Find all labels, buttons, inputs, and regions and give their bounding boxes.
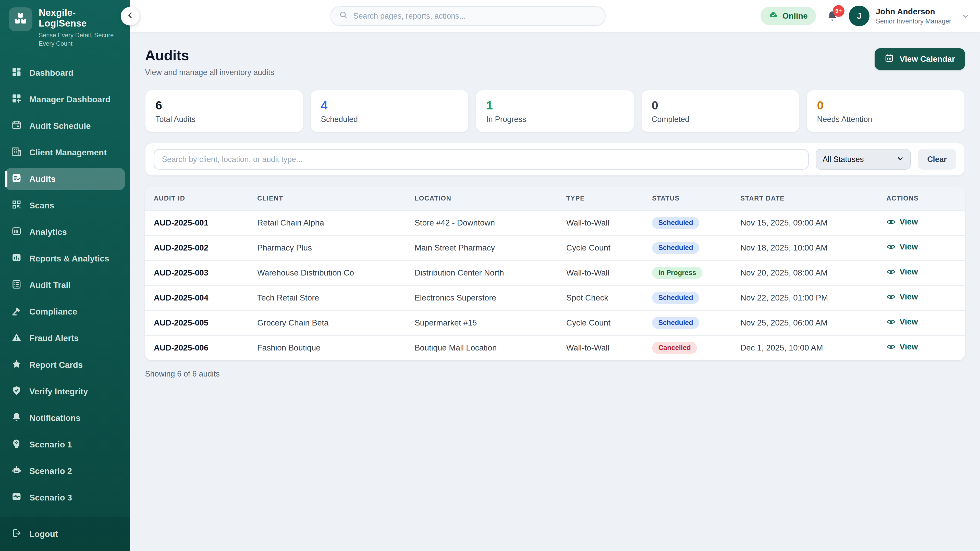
sidebar-item-reports-analytics[interactable]: Reports & Analytics [5,248,125,270]
global-search-input[interactable] [353,11,597,21]
sidebar-item-client-management[interactable]: Client Management [5,141,125,164]
eye-icon [886,267,896,276]
sidebar-item-label: Fraud Alerts [29,333,79,343]
client-cell: Grocery Chain Beta [257,318,414,327]
page-subtitle: View and manage all inventory audits [145,68,274,77]
client-cell: Fashion Boutique [257,343,414,353]
sidebar-item-analytics[interactable]: Analytics [5,221,125,243]
star-icon [11,359,22,372]
status-badge: Scheduled [652,317,699,329]
sidebar-item-scenario-1[interactable]: Scenario 1 [5,433,125,456]
sidebar-item-scans[interactable]: Scans [5,194,125,217]
sidebar-item-label: Manager Dashboard [29,95,110,104]
audit-id-cell: AUD-2025-005 [154,318,257,327]
actions-cell: View [886,292,956,303]
stat-label: Total Audits [156,115,293,124]
actions-cell: View [886,217,956,229]
status-cell: Scheduled [652,242,740,254]
audits-table: Audit ID Client Location Type Status Sta… [145,186,965,360]
view-button[interactable]: View [886,342,918,351]
sidebar-item-label: Dashboard [29,68,73,78]
cloud-check-icon [769,10,778,22]
stat-card-scheduled: 4 Scheduled [310,90,469,132]
sidebar-item-audits[interactable]: Audits [5,168,125,190]
location-cell: Main Street Pharmacy [414,243,566,252]
avatar: J [849,6,870,26]
view-button[interactable]: View [886,267,918,276]
sidebar-item-label: Client Management [29,148,107,157]
global-search[interactable] [331,6,606,26]
user-menu[interactable]: J John Anderson Senior Inventory Manager [849,6,970,26]
eye-icon [886,342,896,351]
table-row: AUD-2025-002 Pharmacy Plus Main Street P… [145,235,965,260]
search-icon [339,11,348,22]
view-calendar-button[interactable]: View Calendar [875,48,965,70]
stat-value: 6 [156,98,293,112]
page-header-text: Audits View and manage all inventory aud… [145,47,274,77]
building-icon [11,146,22,159]
calendar-icon [11,120,22,132]
sidebar-item-label: Verify Integrity [29,387,88,396]
status-cell: Scheduled [652,317,740,329]
sidebar-collapse-button[interactable] [121,7,139,25]
clear-filters-button[interactable]: Clear [918,149,956,170]
sidebar-item-label: Analytics [29,227,67,237]
sidebar-item-verify-integrity[interactable]: Verify Integrity [5,380,125,403]
sidebar-item-report-cards[interactable]: Report Cards [5,354,125,376]
sidebar-item-label: Scenario 2 [29,466,72,476]
qr-code-icon [11,199,22,212]
page-header: Audits View and manage all inventory aud… [145,47,965,77]
boxes-icon [13,11,28,28]
sidebar-item-audit-trail[interactable]: Audit Trail [5,274,125,297]
column-header-start-date: Start Date [740,195,886,202]
sidebar-item-fraud-alerts[interactable]: Fraud Alerts [5,327,125,349]
sidebar-item-scenario-2[interactable]: Scenario 2 [5,460,125,483]
sidebar-item-label: Audits [29,174,56,184]
alert-triangle-icon [11,332,22,345]
dashboard-icon [11,67,22,79]
table-row: AUD-2025-005 Grocery Chain Beta Supermar… [145,310,965,335]
audit-search-input[interactable] [154,149,809,170]
sidebar-item-label: Reports & Analytics [29,254,109,264]
results-count: Showing 6 of 6 audits [145,369,965,378]
stat-card-in-progress: 1 In Progress [476,90,634,132]
head-gear-icon [11,438,22,451]
notification-count-badge: 9+ [833,5,845,17]
status-badge: Scheduled [652,292,699,304]
sidebar-item-notifications[interactable]: Notifications [5,407,125,429]
table-row: AUD-2025-003 Warehouse Distribution Co D… [145,260,965,285]
sidebar-item-scenario-3[interactable]: Scenario 3 [5,486,125,509]
status-filter-select[interactable]: All Statuses [816,149,911,170]
user-role: Senior Inventory Manager [876,17,951,25]
column-header-location: Location [414,195,566,202]
location-cell: Supermarket #15 [414,318,566,327]
view-calendar-label: View Calendar [900,54,955,64]
sidebar-item-audit-schedule[interactable]: Audit Schedule [5,115,125,137]
table-row: AUD-2025-006 Fashion Boutique Boutique M… [145,335,965,360]
client-cell: Warehouse Distribution Co [257,268,414,278]
sidebar-item-label: Scans [29,201,54,210]
type-cell: Spot Check [566,293,652,303]
status-badge: In Progress [652,267,702,279]
status-cell: Scheduled [652,292,740,304]
view-button[interactable]: View [886,242,918,251]
status-badge: Cancelled [652,342,697,354]
stat-card-completed: 0 Completed [641,90,800,132]
audit-id-cell: AUD-2025-006 [154,343,257,353]
view-button[interactable]: View [886,317,918,327]
online-status-badge: Online [760,6,816,25]
view-button[interactable]: View [886,217,918,227]
stat-value: 0 [652,98,789,112]
app-screen: Nexgile-LogiSense Sense Every Detail, Se… [0,0,980,551]
sidebar-item-manager-dashboard[interactable]: Manager Dashboard [5,88,125,111]
view-button[interactable]: View [886,292,918,302]
logout-button[interactable]: Logout [5,523,125,545]
notifications-button[interactable]: 9+ [826,10,838,22]
audit-id-cell: AUD-2025-002 [154,243,257,252]
calendar-icon [885,53,894,65]
actions-cell: View [886,267,956,279]
bar-chart-icon [11,252,22,265]
sidebar-item-compliance[interactable]: Compliance [5,300,125,323]
location-cell: Distribution Center North [414,268,566,278]
sidebar-item-dashboard[interactable]: Dashboard [5,62,125,84]
